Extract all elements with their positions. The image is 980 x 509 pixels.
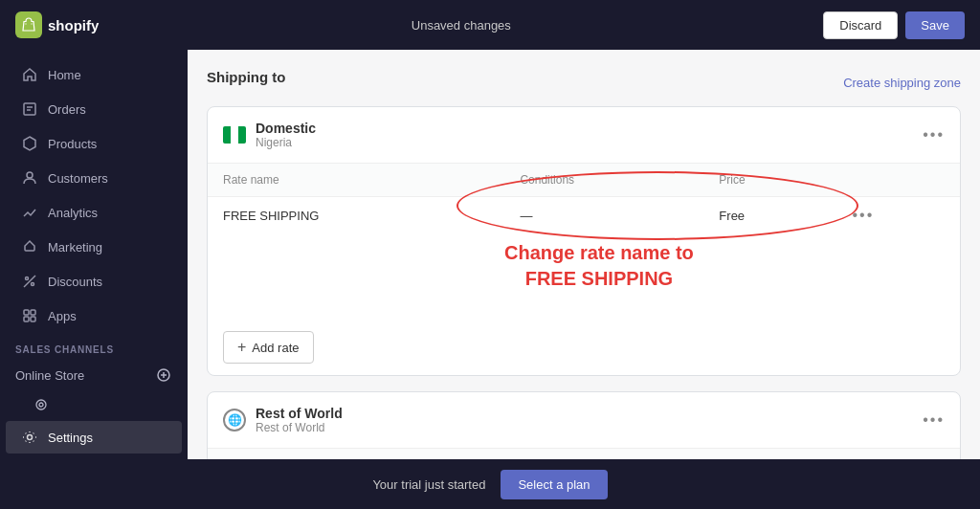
- svg-point-11: [28, 435, 33, 440]
- row-more-options[interactable]: •••: [923, 411, 945, 429]
- row-rates-table: Rate name Conditions Price Standard — ₦7…: [208, 449, 960, 459]
- globe-icon: 🌐: [223, 409, 246, 432]
- customers-icon: [21, 169, 38, 187]
- svg-rect-0: [24, 103, 35, 115]
- discounts-icon: [21, 273, 38, 290]
- analytics-label: Analytics: [48, 206, 98, 220]
- row-col-rate-name: Rate name: [208, 449, 417, 459]
- unsaved-changes-label: Unsaved changes: [412, 18, 511, 33]
- svg-point-3: [32, 283, 34, 286]
- sidebar-item-products[interactable]: Products: [6, 127, 182, 160]
- domestic-zone-info: Domestic Nigeria: [256, 121, 316, 149]
- sidebar-item-settings[interactable]: Settings: [6, 421, 182, 454]
- svg-point-1: [27, 172, 33, 178]
- select-plan-button[interactable]: Select a plan: [501, 470, 607, 499]
- svg-point-2: [26, 277, 29, 280]
- svg-rect-6: [24, 317, 29, 321]
- sales-channels-label: SALES CHANNELS: [0, 333, 188, 359]
- sidebar-item-apps[interactable]: Apps: [6, 299, 182, 332]
- row-zone-info: Rest of World Rest of World: [256, 406, 343, 434]
- svg-rect-4: [24, 310, 29, 315]
- analytics-icon: [21, 204, 38, 221]
- online-store-settings-icon: [34, 398, 50, 413]
- svg-point-9: [36, 400, 46, 409]
- domestic-rates-table: Rate name Conditions Price FREE SHIPPING…: [208, 164, 960, 233]
- row-card-header: 🌐 Rest of World Rest of World •••: [208, 392, 960, 449]
- flag-stripe-green-right: [238, 126, 246, 144]
- add-rate-button-domestic[interactable]: + Add rate: [223, 331, 314, 364]
- col-conditions: Conditions: [504, 164, 703, 197]
- row-header-left: 🌐 Rest of World Rest of World: [223, 406, 343, 434]
- orders-icon: [21, 100, 38, 118]
- shopify-bag-icon: [15, 11, 42, 38]
- col-rate-name: Rate name: [208, 164, 504, 197]
- sidebar-item-home[interactable]: Home: [6, 58, 182, 91]
- table-row: FREE SHIPPING — Free •••: [208, 197, 960, 234]
- flag-stripe-white: [231, 126, 238, 144]
- sidebar-item-discounts[interactable]: Discounts: [6, 265, 182, 298]
- sidebar-bottom: Settings: [0, 420, 188, 454]
- logo-text: shopify: [48, 17, 99, 33]
- orders-label: Orders: [48, 102, 86, 117]
- domestic-rate-name: FREE SHIPPING: [208, 197, 504, 234]
- marketing-label: Marketing: [48, 240, 102, 254]
- settings-icon: [21, 429, 38, 446]
- bottombar: Your trial just started Select a plan: [0, 459, 980, 509]
- section-title: Shipping to: [207, 69, 285, 85]
- online-store-label: Online Store: [15, 368, 84, 383]
- marketing-icon: [21, 238, 38, 255]
- svg-rect-5: [31, 310, 35, 315]
- products-label: Products: [48, 137, 97, 151]
- topbar-actions: Discard Save: [823, 11, 965, 39]
- customers-label: Customers: [48, 171, 108, 186]
- row-zone-name: Rest of World: [256, 406, 343, 421]
- section-header: Shipping to Create shipping zone: [207, 69, 961, 97]
- domestic-zone-sub: Nigeria: [256, 136, 316, 149]
- sidebar: Home Orders Products Customers Analytics: [0, 50, 188, 459]
- sidebar-item-orders[interactable]: Orders: [6, 93, 182, 125]
- col-price: Price: [703, 164, 836, 197]
- products-icon: [21, 135, 38, 152]
- sidebar-item-customers[interactable]: Customers: [6, 162, 182, 194]
- online-store-sub[interactable]: [0, 391, 188, 420]
- svg-point-10: [39, 403, 43, 407]
- domestic-more-options[interactable]: •••: [923, 126, 945, 144]
- row-col-price: Price: [623, 449, 833, 459]
- nigeria-flag: [223, 126, 246, 144]
- domestic-rate-conditions: —: [504, 197, 703, 234]
- flag-stripe-green-left: [223, 126, 231, 144]
- sidebar-item-analytics[interactable]: Analytics: [6, 196, 182, 229]
- trial-text: Your trial just started: [372, 477, 485, 492]
- save-button[interactable]: Save: [905, 11, 965, 39]
- topbar-left: shopify: [15, 11, 99, 38]
- discard-button[interactable]: Discard: [823, 11, 898, 39]
- annotation-area: Rate name Conditions Price FREE SHIPPING…: [208, 164, 960, 320]
- settings-label: Settings: [48, 431, 93, 445]
- add-sales-channel-icon[interactable]: [155, 366, 172, 384]
- home-label: Home: [48, 68, 81, 82]
- svg-rect-7: [31, 317, 35, 321]
- home-icon: [21, 66, 38, 83]
- main-content: Shipping to Create shipping zone Domesti…: [188, 50, 980, 459]
- create-shipping-zone-link[interactable]: Create shipping zone: [843, 76, 961, 90]
- add-rate-plus-icon: +: [237, 339, 246, 356]
- topbar: shopify Unsaved changes Discard Save: [0, 0, 980, 50]
- domestic-rate-price: Free: [703, 197, 836, 234]
- shopify-logo: shopify: [15, 11, 99, 38]
- rest-of-world-card: 🌐 Rest of World Rest of World ••• Rate n…: [207, 391, 961, 459]
- row-zone-sub: Rest of World: [256, 421, 343, 434]
- online-store-row: Online Store: [0, 359, 188, 391]
- col-actions: [836, 164, 960, 197]
- domestic-zone-card: Domestic Nigeria ••• Rate name Condition…: [207, 106, 961, 376]
- annotation-text: Change rate name toFREE SHIPPING: [504, 240, 694, 292]
- layout: Home Orders Products Customers Analytics: [0, 50, 980, 459]
- apps-label: Apps: [48, 309, 77, 323]
- domestic-card-header: Domestic Nigeria •••: [208, 107, 960, 164]
- domestic-rate-actions[interactable]: •••: [836, 197, 960, 234]
- row-col-conditions: Conditions: [417, 449, 623, 459]
- row-col-actions: [833, 449, 960, 459]
- domestic-header-left: Domestic Nigeria: [223, 121, 316, 149]
- sidebar-item-marketing[interactable]: Marketing: [6, 231, 182, 263]
- apps-icon: [21, 307, 38, 324]
- add-rate-label: Add rate: [252, 341, 299, 355]
